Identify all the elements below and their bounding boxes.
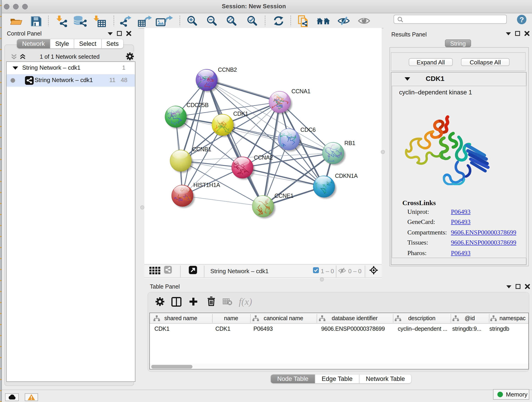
svg-text:RB1: RB1 [344, 140, 355, 146]
svg-text:CCNE1: CCNE1 [274, 192, 293, 199]
svg-text:CDC25B: CDC25B [186, 102, 209, 108]
svg-text:CDKN1A: CDKN1A [335, 172, 358, 179]
svg-text:HIST1H1A: HIST1H1A [193, 182, 220, 188]
svg-text:CDK1: CDK1 [233, 110, 248, 117]
svg-text:?: ? [519, 16, 524, 24]
svg-text:CCNA1: CCNA1 [291, 88, 310, 95]
svg-text:CCNB2: CCNB2 [218, 66, 237, 73]
svg-text:CCNA2: CCNA2 [254, 154, 273, 161]
svg-text:CCNB1: CCNB1 [192, 146, 211, 153]
svg-text:CDC6: CDC6 [300, 127, 316, 133]
